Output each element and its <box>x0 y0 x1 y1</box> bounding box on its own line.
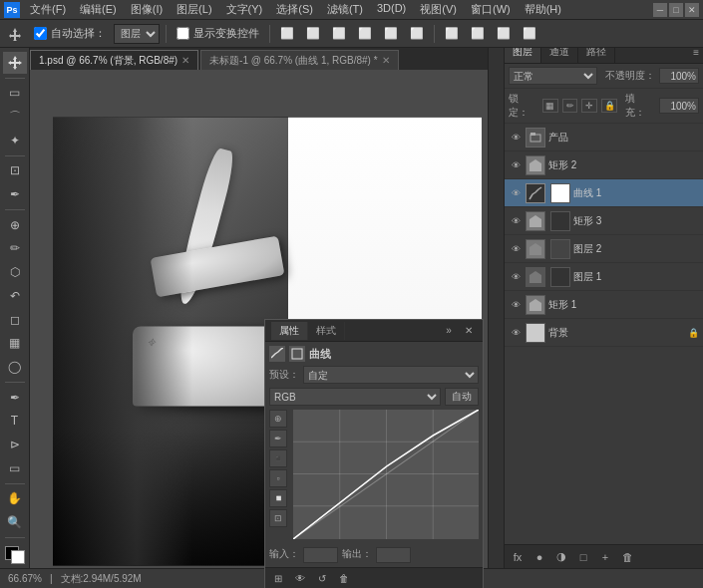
tab-document-2[interactable]: 未标题-1 @ 66.7% (曲线 1, RGB/8#) * ✕ <box>200 50 399 70</box>
text-tool[interactable]: T <box>3 410 27 432</box>
layer-eye-background[interactable]: 👁 <box>509 326 523 340</box>
align-center-btn[interactable]: ⬜ <box>302 23 324 45</box>
layer-eye-rect1[interactable]: 👁 <box>509 298 523 312</box>
menu-select[interactable]: 选择(S) <box>270 1 319 18</box>
channel-select[interactable]: RGB <box>269 388 441 406</box>
distribute-btn[interactable]: ⬜ <box>441 23 463 45</box>
curves-delete-btn[interactable]: 🗑 <box>335 571 353 587</box>
selection-tool[interactable]: ▭ <box>3 83 27 105</box>
input-value[interactable] <box>303 547 338 563</box>
new-group-btn[interactable]: □ <box>574 548 592 566</box>
lock-all-btn[interactable]: 🔒 <box>601 99 617 113</box>
dodge-tool[interactable]: ◯ <box>3 356 27 378</box>
layer-select-dropdown[interactable]: 图层 <box>114 24 160 44</box>
layer-eye-rect2[interactable]: 👁 <box>509 158 523 172</box>
eyedropper-tool[interactable]: ✒ <box>3 183 27 205</box>
layer-eye-layer1[interactable]: 👁 <box>509 270 523 284</box>
curves-eyedropper-gray[interactable]: ▫ <box>269 469 287 487</box>
delete-layer-btn[interactable]: 🗑 <box>618 548 636 566</box>
curves-tab-properties[interactable]: 属性 <box>271 322 308 340</box>
crop-tool[interactable]: ⊡ <box>3 160 27 182</box>
brush-tool[interactable]: ✏ <box>3 238 27 260</box>
opacity-input[interactable] <box>659 68 699 84</box>
menu-view[interactable]: 视图(V) <box>414 1 463 18</box>
layer-item-rect2[interactable]: 👁 矩形 2 <box>505 151 703 179</box>
tab-document-1[interactable]: 1.psd @ 66.7% (背景, RGB/8#) ✕ <box>30 50 198 70</box>
layer-item-rect1[interactable]: 👁 矩形 1 <box>505 291 703 319</box>
menu-layer[interactable]: 图层(L) <box>171 1 217 18</box>
layer-eye-rect3[interactable]: 👁 <box>509 214 523 228</box>
dialog-expand-btn[interactable]: » <box>441 324 457 338</box>
menu-filter[interactable]: 滤镜(T) <box>321 1 369 18</box>
lock-image-btn[interactable]: ✏ <box>562 99 578 113</box>
align-left-btn[interactable]: ⬜ <box>276 23 298 45</box>
curves-pen-tool[interactable]: ✒ <box>269 430 287 447</box>
add-mask-btn[interactable]: ● <box>530 548 548 566</box>
tab-close-2[interactable]: ✕ <box>382 55 390 66</box>
align-middle-btn[interactable]: ⬜ <box>380 23 402 45</box>
background-color[interactable] <box>11 550 25 564</box>
preset-select[interactable]: 自定 <box>303 366 479 384</box>
fill-input[interactable] <box>659 98 699 114</box>
layer-item-layer2[interactable]: 👁 图层 2 <box>505 235 703 263</box>
zoom-tool[interactable]: 🔍 <box>3 511 27 533</box>
menu-3d[interactable]: 3D(D) <box>371 1 412 18</box>
eraser-tool[interactable]: ◻ <box>3 309 27 331</box>
add-effect-btn[interactable]: fx <box>509 548 527 566</box>
magic-wand-tool[interactable]: ✦ <box>3 130 27 151</box>
move-tool-btn[interactable] <box>4 23 26 45</box>
layer-item-curves1[interactable]: 👁 曲线 1 <box>505 179 703 207</box>
path-tool[interactable]: ⊳ <box>3 434 27 455</box>
pen-tool[interactable]: ✒ <box>3 387 27 409</box>
curves-point-tool[interactable]: ⊕ <box>269 410 287 428</box>
align-right-btn[interactable]: ⬜ <box>328 23 350 45</box>
layer-item-rect3[interactable]: 👁 矩形 3 <box>505 207 703 235</box>
distribute2-btn[interactable]: ⬜ <box>467 23 489 45</box>
add-adjustment-btn[interactable]: ◑ <box>552 548 570 566</box>
curves-graph[interactable] <box>293 410 479 539</box>
curves-reset-btn[interactable]: ↺ <box>313 571 331 587</box>
output-value[interactable] <box>376 547 411 563</box>
distribute4-btn[interactable]: ⬜ <box>519 23 540 45</box>
auto-btn[interactable]: 自动 <box>445 388 479 406</box>
menu-edit[interactable]: 编辑(E) <box>74 1 123 18</box>
align-top-btn[interactable]: ⬜ <box>354 23 376 45</box>
dialog-close-btn[interactable]: ✕ <box>461 324 477 338</box>
curves-eyedropper-black[interactable]: ◾ <box>269 449 287 467</box>
layer-item-layer1[interactable]: 👁 图层 1 <box>505 263 703 291</box>
menu-text[interactable]: 文字(Y) <box>220 1 269 18</box>
stamp-tool[interactable]: ⬡ <box>3 261 27 283</box>
tab-close-1[interactable]: ✕ <box>181 55 189 66</box>
blend-mode-select[interactable]: 正常 <box>509 67 597 85</box>
healing-brush-tool[interactable]: ⊕ <box>3 214 27 236</box>
curves-tab-style[interactable]: 样式 <box>308 322 345 340</box>
new-layer-btn[interactable]: + <box>596 548 614 566</box>
layer-item-product[interactable]: 👁 产品 <box>505 124 703 151</box>
move-tool[interactable] <box>3 52 27 74</box>
layer-item-background[interactable]: 👁 背景 🔒 <box>505 319 703 347</box>
shape-tool[interactable]: ▭ <box>3 457 27 479</box>
menu-image[interactable]: 图像(I) <box>125 1 169 18</box>
curves-view-prev-btn[interactable]: 👁 <box>291 571 309 587</box>
auto-select-checkbox[interactable] <box>34 27 47 40</box>
layer-eye-curves1[interactable]: 👁 <box>509 186 523 200</box>
menu-file[interactable]: 文件(F) <box>24 1 72 18</box>
curves-sample-in-image[interactable]: ⊡ <box>269 509 287 527</box>
hand-tool[interactable]: ✋ <box>3 487 27 509</box>
lock-position-btn[interactable]: ✛ <box>581 99 597 113</box>
lock-transparent-btn[interactable]: ▦ <box>542 99 558 113</box>
menu-window[interactable]: 窗口(W) <box>465 1 517 18</box>
close-button[interactable]: ✕ <box>685 3 699 17</box>
distribute3-btn[interactable]: ⬜ <box>493 23 515 45</box>
gradient-tool[interactable]: ▦ <box>3 332 27 354</box>
align-bottom-btn[interactable]: ⬜ <box>406 23 428 45</box>
history-brush-tool[interactable]: ↶ <box>3 285 27 307</box>
curves-clip-to-layer-btn[interactable]: ⊞ <box>269 571 287 587</box>
menu-help[interactable]: 帮助(H) <box>519 1 567 18</box>
lasso-tool[interactable]: ⌒ <box>3 106 27 128</box>
curves-eyedropper-white[interactable]: ◽ <box>269 489 287 507</box>
layer-eye-layer2[interactable]: 👁 <box>509 242 523 256</box>
show-transform-checkbox[interactable] <box>176 27 189 40</box>
maximize-button[interactable]: □ <box>669 3 683 17</box>
layer-eye-product[interactable]: 👁 <box>509 131 523 145</box>
